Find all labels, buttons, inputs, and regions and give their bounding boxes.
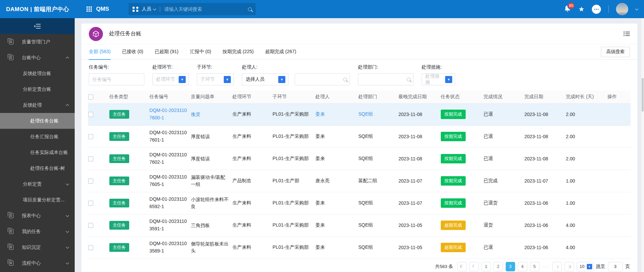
page-number-button[interactable]: 2	[494, 262, 503, 271]
task-number-input[interactable]	[93, 77, 141, 82]
favorites-star-icon[interactable]: ★	[578, 6, 584, 12]
page-number-button[interactable]: 1	[481, 262, 491, 271]
handler-link[interactable]: 姜来	[316, 111, 325, 117]
handler-link[interactable]: 姜来	[316, 244, 325, 250]
task-number-link[interactable]: DQM-01-20231107601-1	[149, 130, 187, 143]
sidebar-item[interactable]: 质量管理门户	[0, 34, 75, 50]
dropdown-icon[interactable]	[179, 76, 186, 83]
search-category-select[interactable]: 人员	[142, 6, 151, 12]
vertical-scrollbar[interactable]	[641, 18, 644, 272]
row-checkbox[interactable]	[88, 245, 93, 250]
user-avatar[interactable]	[616, 3, 628, 15]
sidebar-item[interactable]: 分析定责	[0, 176, 75, 192]
task-number-link[interactable]: DQM-01-20231106592-1	[149, 196, 187, 209]
dropdown-icon[interactable]	[587, 264, 592, 269]
table-row[interactable]: 主任务 DQM-01-20231106592-1 小滚轮组件来料不良 生产来料 …	[88, 192, 631, 214]
global-search-input[interactable]	[164, 6, 248, 12]
last-page-button[interactable]	[565, 262, 574, 271]
task-number-link[interactable]: DQM-01-20231103591-1	[149, 219, 187, 231]
handler-search-input[interactable]	[298, 77, 343, 82]
row-checkbox[interactable]	[88, 134, 93, 139]
sidebar-item[interactable]: 任务实际成本台账	[0, 145, 75, 160]
sidebar-item[interactable]: 反馈处理台账	[0, 66, 75, 81]
table-row[interactable]: 主任务 DQM-01-20231103591-1 三角挡板 生产来料 PL01-…	[88, 214, 631, 236]
quality-issue-link[interactable]: 衡灵	[191, 112, 200, 117]
task-number-link[interactable]: DQM-01-20231107605-1	[149, 174, 187, 187]
handler-link[interactable]: 姜来	[316, 133, 325, 139]
page-size-select[interactable]: 10	[577, 262, 594, 271]
department-link[interactable]: SQE组	[358, 156, 373, 161]
previous-page-button[interactable]	[469, 262, 479, 271]
sidebar-collapse-button[interactable]	[0, 18, 75, 34]
department-link[interactable]: SQE组	[358, 111, 373, 117]
sidebar-item[interactable]: 处理任务台账	[0, 113, 75, 129]
handler-link[interactable]: 唐永亮	[316, 178, 330, 183]
handler-link[interactable]: 姜来	[316, 156, 325, 161]
row-checkbox[interactable]	[88, 156, 93, 161]
quality-issue-link[interactable]: 侧导轮架筋板未出头	[191, 241, 228, 254]
apps-grid-icon[interactable]	[86, 6, 92, 12]
table-row[interactable]: 主任务 DQM-01-20231103589-1 侧导轮架筋板未出头 生产来料 …	[88, 236, 631, 259]
sidebar-item[interactable]: 流程中心	[0, 255, 75, 271]
substage-select[interactable]: 子环节	[197, 73, 234, 85]
notifications-bell-icon[interactable]: 85	[564, 5, 571, 13]
sidebar-item[interactable]: 反馈处理	[0, 97, 75, 113]
department-link[interactable]: SQE组	[358, 133, 373, 139]
person-picker-select[interactable]: 选择人员	[242, 73, 288, 85]
tab[interactable]: 已接收 (0)	[122, 44, 143, 60]
tab[interactable]: 按期完成 (225)	[222, 44, 254, 60]
table-row[interactable]: 主任务 DQM-01-20231107602-1 厚度错误 生产来料 PL01-…	[88, 148, 631, 170]
sidebar-item[interactable]: 分析定责台账	[0, 81, 75, 97]
app-name[interactable]: QMS	[96, 6, 109, 12]
handler-link[interactable]: 姜来	[316, 222, 325, 228]
next-page-button[interactable]	[552, 262, 562, 271]
select-all-checkbox[interactable]	[88, 94, 93, 100]
task-number-link[interactable]: DQM-01-20231107600-1	[149, 108, 187, 120]
list-view-icon[interactable]	[623, 31, 630, 36]
sidebar-item[interactable]: 我的任务	[0, 224, 75, 239]
more-pages-ellipsis[interactable]: ···	[542, 264, 550, 269]
sidebar-item[interactable]: 处理任务台账-树	[0, 160, 75, 176]
row-checkbox[interactable]	[88, 179, 93, 184]
sidebar-item[interactable]: 任务汇报台账	[0, 129, 75, 145]
department-link[interactable]: SQE组	[358, 200, 373, 205]
row-checkbox[interactable]	[88, 223, 93, 228]
row-checkbox[interactable]	[88, 112, 93, 117]
page-number-button[interactable]: 5	[530, 262, 539, 271]
table-row[interactable]: 主任务 DQM-01-20231107601-1 厚度错误 生产来料 PL01-…	[88, 125, 631, 148]
tab[interactable]: 已超期 (91)	[155, 44, 179, 60]
row-checkbox[interactable]	[88, 201, 93, 206]
department-link[interactable]: SQE组	[358, 244, 373, 250]
dropdown-icon[interactable]	[224, 76, 231, 83]
stage-select[interactable]: 处理环节	[152, 73, 189, 85]
quality-issue-link[interactable]: 三角挡板	[191, 223, 210, 228]
more-options-icon[interactable]	[592, 5, 601, 14]
task-number-link[interactable]: DQM-01-20231107602-1	[149, 152, 187, 165]
quality-issue-link[interactable]: 小滚轮组件来料不良	[191, 197, 228, 209]
tab[interactable]: 汇报中 (0)	[190, 44, 211, 60]
search-icon[interactable]	[248, 7, 252, 11]
quality-issue-link[interactable]: 漏装驱动卡/装配一组	[191, 174, 225, 187]
chevron-down-icon[interactable]	[153, 7, 156, 10]
advanced-search-button[interactable]: 高级搜索	[601, 47, 630, 57]
quality-issue-link[interactable]: 厚度错误	[191, 134, 210, 139]
tab[interactable]: 全部 (583)	[89, 44, 111, 60]
scrollbar-thumb[interactable]	[642, 78, 644, 112]
sidebar-item[interactable]: 知识沉淀	[0, 239, 75, 255]
department-link[interactable]: 装配二组	[358, 178, 377, 183]
dropdown-icon[interactable]	[278, 76, 285, 83]
dropdown-icon[interactable]	[445, 76, 452, 83]
handler-link[interactable]: 姜来	[316, 200, 325, 205]
sidebar-item[interactable]: 项目质量分析定责...	[0, 192, 75, 208]
search-icon[interactable]	[407, 78, 410, 81]
table-row[interactable]: 主任务 DQM-01-20231107600-1 衡灵 生产来料 PL01-生产…	[88, 103, 631, 125]
first-page-button[interactable]	[457, 262, 467, 271]
tab[interactable]: 超期完成 (267)	[265, 44, 296, 60]
sidebar-item[interactable]: 报表中心	[0, 208, 75, 224]
sidebar-item[interactable]: 台账中心	[0, 50, 75, 66]
measure-select[interactable]: 处理措施	[422, 73, 455, 85]
table-row[interactable]: 主任务 DQM-01-20231107605-1 漏装驱动卡/装配一组 产品制造…	[88, 170, 631, 192]
page-number-button[interactable]: 3	[506, 262, 515, 271]
task-number-link[interactable]: DQM-01-20231103589-1	[149, 241, 187, 254]
user-menu-chevron-icon[interactable]	[635, 7, 639, 10]
